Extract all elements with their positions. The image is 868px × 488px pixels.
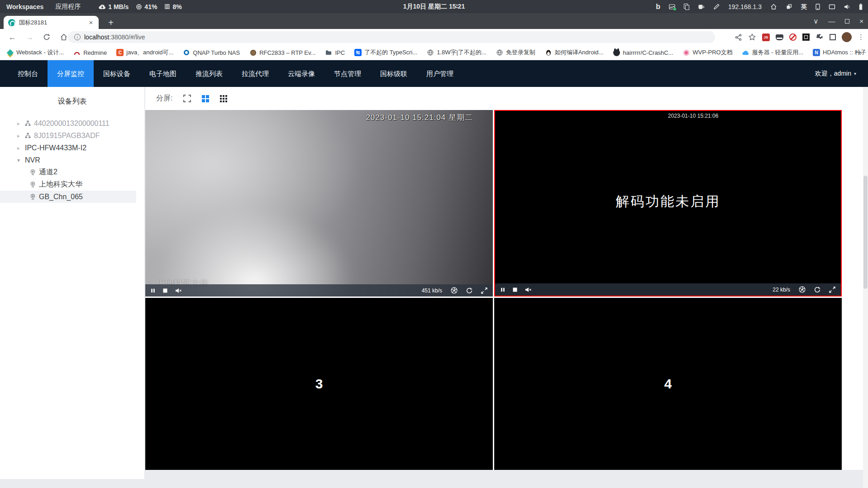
window-restore-button[interactable] bbox=[845, 19, 849, 24]
fullscreen-expand-icon[interactable] bbox=[829, 287, 835, 293]
adblock-extension-icon[interactable] bbox=[789, 33, 796, 41]
back-button[interactable]: ← bbox=[7, 32, 17, 42]
stop-button[interactable] bbox=[512, 287, 518, 292]
coffee-tray-icon[interactable] bbox=[698, 4, 705, 10]
nav-tab-gb-cascade[interactable]: 国标级联 bbox=[371, 60, 417, 87]
incognito-extension-icon[interactable] bbox=[776, 34, 783, 40]
tab-close-icon[interactable]: × bbox=[87, 19, 95, 27]
tree-item-shangdi-dahua[interactable]: 上地科实大华 bbox=[0, 178, 144, 191]
bookmarks-overflow-chevron[interactable]: » bbox=[858, 49, 862, 57]
bookmark-folder-ipc[interactable]: IPC bbox=[325, 49, 345, 56]
frame-extension-icon[interactable] bbox=[830, 34, 836, 40]
phone-tray-icon[interactable] bbox=[816, 4, 820, 10]
four-split-icon[interactable] bbox=[202, 95, 209, 102]
stop-button[interactable] bbox=[162, 288, 168, 293]
chevron-right-icon[interactable]: ▸ bbox=[17, 120, 22, 127]
fullscreen-expand-icon[interactable] bbox=[481, 287, 487, 294]
bing-tray-icon[interactable]: b bbox=[656, 3, 660, 10]
bookmark-copy-free[interactable]: 免登录复制 bbox=[496, 48, 535, 57]
nav-tab-user-manage[interactable]: 用户管理 bbox=[417, 60, 463, 87]
nav-tab-push-list[interactable]: 推流列表 bbox=[186, 60, 232, 87]
forward-button[interactable]: → bbox=[24, 32, 34, 42]
tree-item-nvr[interactable]: ▾ NVR bbox=[0, 154, 144, 166]
address-bar[interactable]: i localhost:38080/#/live bbox=[68, 31, 715, 43]
new-tab-button[interactable]: + bbox=[105, 17, 117, 29]
video-cell-3[interactable]: 3 bbox=[145, 298, 493, 470]
bookmark-redmine[interactable]: Redmine bbox=[73, 49, 107, 56]
bookmark-github-crash[interactable]: hairrrrr/C-CrashC... bbox=[613, 49, 673, 56]
workspace-switcher-icon[interactable] bbox=[786, 4, 792, 10]
refresh-icon[interactable] bbox=[466, 287, 472, 294]
bookmark-webstack[interactable]: Webstack - 设计... bbox=[6, 48, 64, 57]
screenshot-tray-icon[interactable] bbox=[669, 4, 675, 10]
bookmark-qnap[interactable]: QNAP Turbo NAS bbox=[183, 49, 240, 56]
extensions-puzzle-icon[interactable] bbox=[816, 33, 824, 41]
mute-icon[interactable] bbox=[525, 287, 532, 292]
battery-icon[interactable] bbox=[859, 4, 863, 10]
nav-tab-node-manage[interactable]: 节点管理 bbox=[324, 60, 371, 87]
player-control-bar: 22 kb/s bbox=[495, 283, 841, 296]
bookmark-article-1[interactable]: 1.8W字|了不起的... bbox=[427, 48, 486, 57]
site-info-icon[interactable]: i bbox=[74, 34, 81, 40]
mute-icon[interactable] bbox=[175, 288, 182, 293]
bookmark-java-android[interactable]: Cjava、android可... bbox=[116, 48, 173, 57]
bookmark-star-icon[interactable] bbox=[748, 33, 756, 41]
nav-tab-cloud-record[interactable]: 云端录像 bbox=[278, 60, 324, 87]
ip-address-indicator[interactable]: 192.168.1.3 bbox=[728, 3, 762, 10]
nav-tab-map[interactable]: 电子地图 bbox=[140, 60, 186, 87]
tree-item-channel-2[interactable]: 通道2 bbox=[0, 166, 144, 178]
bookmark-zhihu-typescript[interactable]: 知了不起的 TypeScri... bbox=[354, 48, 417, 57]
input-method-indicator[interactable]: 英 bbox=[801, 3, 807, 11]
nav-tab-console[interactable]: 控制台 bbox=[8, 60, 48, 87]
bookmark-wvp-docs[interactable]: WVP-PRO文档 bbox=[683, 48, 733, 57]
home-button[interactable] bbox=[59, 32, 69, 42]
clipboard-tray-icon[interactable] bbox=[684, 4, 689, 10]
settings-shutter-icon[interactable] bbox=[451, 287, 458, 294]
page-scrollbar[interactable] bbox=[863, 87, 868, 488]
settings-shutter-icon[interactable] bbox=[799, 286, 806, 293]
profile-avatar[interactable] bbox=[842, 32, 852, 42]
chevron-right-icon[interactable]: ▸ bbox=[17, 133, 22, 139]
chevron-down-icon[interactable]: ▾ bbox=[17, 157, 22, 163]
video-cell-2[interactable]: 2023-01-10 15:21:06 解码功能未启用 22 kb/s bbox=[494, 110, 842, 297]
pen-tray-icon[interactable] bbox=[713, 4, 720, 10]
video-cell-4[interactable]: 4 bbox=[494, 298, 842, 470]
home-tray-icon[interactable] bbox=[770, 4, 777, 10]
tree-item-platform-1[interactable]: ▸ 4402000013200000111 bbox=[0, 117, 144, 129]
pause-button[interactable] bbox=[151, 288, 155, 293]
nine-split-icon[interactable] bbox=[220, 95, 227, 102]
nav-tab-gb-devices[interactable]: 国标设备 bbox=[94, 60, 140, 87]
tree-item-ipc[interactable]: ▸ IPC-HFW4433M-I2 bbox=[0, 142, 144, 154]
nav-tab-pull-proxy[interactable]: 拉流代理 bbox=[232, 60, 278, 87]
browser-tab[interactable]: 国标28181 × bbox=[4, 16, 99, 29]
volume-icon[interactable] bbox=[844, 4, 850, 10]
bookmark-android-build[interactable]: 如何编译Android... bbox=[545, 48, 604, 57]
bookmark-rfc2833[interactable]: RFC2833 – RTP Ev... bbox=[249, 49, 315, 56]
tree-item-platform-2[interactable]: ▸ 8J01915PAGB3ADF bbox=[0, 129, 144, 142]
tab-search-chevron-icon[interactable]: ∨ bbox=[813, 17, 818, 25]
nav-tab-split-monitor[interactable]: 分屏监控 bbox=[48, 60, 94, 87]
capture-extension-icon[interactable] bbox=[802, 33, 810, 41]
network-speed-indicator[interactable]: 1 MB/s bbox=[99, 3, 129, 10]
single-screen-icon[interactable] bbox=[183, 95, 191, 102]
chevron-right-icon[interactable]: ▸ bbox=[17, 145, 22, 151]
window-minimize-button[interactable]: — bbox=[828, 17, 835, 25]
scrollbar-thumb[interactable] bbox=[863, 176, 868, 289]
applications-menu[interactable]: 应用程序 bbox=[55, 3, 81, 11]
display-tray-icon[interactable] bbox=[829, 4, 835, 10]
user-menu[interactable]: 欢迎，admin▾ bbox=[815, 60, 856, 87]
tree-item-gb-chn-065[interactable]: GB_Chn_065 bbox=[0, 191, 136, 203]
cpu-usage-indicator[interactable]: 41% bbox=[136, 3, 157, 10]
pause-button[interactable] bbox=[501, 287, 505, 292]
reload-button[interactable] bbox=[42, 32, 52, 42]
video-cell-1[interactable]: 2023-01-10 15:21:04 星期二 上地科实大华 451 kb/s bbox=[145, 110, 493, 297]
camera-icon bbox=[30, 182, 36, 187]
refresh-icon[interactable] bbox=[814, 287, 820, 293]
browser-menu-icon[interactable]: ⋮ bbox=[858, 33, 864, 41]
js-extension-icon[interactable]: JS bbox=[762, 33, 770, 41]
share-icon[interactable] bbox=[734, 33, 742, 41]
memory-usage-indicator[interactable]: 8% bbox=[164, 3, 181, 10]
workspaces-button[interactable]: Workspaces bbox=[6, 3, 43, 10]
window-close-button[interactable]: × bbox=[859, 17, 863, 25]
bookmark-cloud-server[interactable]: 服务器 - 轻量应用... bbox=[742, 48, 803, 57]
